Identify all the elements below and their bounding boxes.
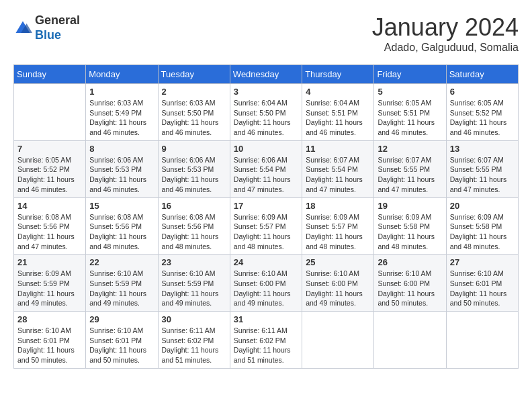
calendar-table: SundayMondayTuesdayWednesdayThursdayFrid… <box>13 64 519 369</box>
day-number: 20 <box>450 201 515 211</box>
day-info: Sunrise: 6:04 AM Sunset: 5:50 PM Dayligh… <box>234 98 298 138</box>
day-number: 28 <box>17 314 82 324</box>
calendar-cell: 26Sunrise: 6:10 AM Sunset: 6:00 PM Dayli… <box>374 255 446 312</box>
calendar-cell: 20Sunrise: 6:09 AM Sunset: 5:58 PM Dayli… <box>446 197 518 255</box>
calendar-cell: 1Sunrise: 6:03 AM Sunset: 5:49 PM Daylig… <box>86 84 158 141</box>
day-number: 30 <box>162 314 226 324</box>
day-number: 24 <box>234 257 298 267</box>
calendar-cell: 14Sunrise: 6:08 AM Sunset: 5:56 PM Dayli… <box>14 197 86 255</box>
calendar-cell: 5Sunrise: 6:05 AM Sunset: 5:51 PM Daylig… <box>374 84 446 141</box>
day-info: Sunrise: 6:10 AM Sunset: 5:59 PM Dayligh… <box>89 269 154 308</box>
calendar-cell: 4Sunrise: 6:04 AM Sunset: 5:51 PM Daylig… <box>302 84 374 141</box>
calendar-cell: 16Sunrise: 6:08 AM Sunset: 5:56 PM Dayli… <box>158 197 230 255</box>
calendar-cell: 15Sunrise: 6:08 AM Sunset: 5:56 PM Dayli… <box>86 197 158 255</box>
calendar-cell <box>302 312 374 369</box>
day-number: 4 <box>306 87 370 97</box>
day-info: Sunrise: 6:05 AM Sunset: 5:52 PM Dayligh… <box>17 155 82 195</box>
day-number: 29 <box>89 314 154 324</box>
day-info: Sunrise: 6:10 AM Sunset: 6:01 PM Dayligh… <box>17 326 82 365</box>
week-row-5: 28Sunrise: 6:10 AM Sunset: 6:01 PM Dayli… <box>14 312 519 369</box>
day-info: Sunrise: 6:10 AM Sunset: 6:01 PM Dayligh… <box>450 269 515 308</box>
day-number: 13 <box>450 144 515 154</box>
calendar-cell: 6Sunrise: 6:05 AM Sunset: 5:52 PM Daylig… <box>446 84 518 141</box>
calendar-cell: 22Sunrise: 6:10 AM Sunset: 5:59 PM Dayli… <box>86 255 158 312</box>
day-info: Sunrise: 6:10 AM Sunset: 5:59 PM Dayligh… <box>162 269 226 308</box>
week-row-1: 1Sunrise: 6:03 AM Sunset: 5:49 PM Daylig… <box>14 84 519 141</box>
day-info: Sunrise: 6:07 AM Sunset: 5:54 PM Dayligh… <box>306 155 370 195</box>
day-info: Sunrise: 6:09 AM Sunset: 5:58 PM Dayligh… <box>450 212 515 252</box>
day-number: 27 <box>450 257 515 267</box>
calendar-cell: 28Sunrise: 6:10 AM Sunset: 6:01 PM Dayli… <box>14 312 86 369</box>
day-info: Sunrise: 6:08 AM Sunset: 5:56 PM Dayligh… <box>89 212 154 252</box>
day-number: 7 <box>17 144 82 154</box>
day-info: Sunrise: 6:06 AM Sunset: 5:54 PM Dayligh… <box>234 155 298 195</box>
day-info: Sunrise: 6:09 AM Sunset: 5:59 PM Dayligh… <box>17 269 82 308</box>
day-number: 14 <box>17 201 82 211</box>
day-info: Sunrise: 6:10 AM Sunset: 6:00 PM Dayligh… <box>378 269 442 308</box>
week-row-4: 21Sunrise: 6:09 AM Sunset: 5:59 PM Dayli… <box>14 255 519 312</box>
calendar-cell: 8Sunrise: 6:06 AM Sunset: 5:53 PM Daylig… <box>86 140 158 197</box>
day-header-tuesday: Tuesday <box>158 65 230 84</box>
day-info: Sunrise: 6:05 AM Sunset: 5:52 PM Dayligh… <box>450 98 515 138</box>
month-title: January 2024 <box>372 13 519 42</box>
title-block: January 2024 Adado, Galguduud, Somalia <box>372 13 519 54</box>
day-number: 16 <box>162 201 226 211</box>
logo: General Blue <box>13 13 80 42</box>
day-info: Sunrise: 6:10 AM Sunset: 6:01 PM Dayligh… <box>89 326 154 365</box>
week-row-2: 7Sunrise: 6:05 AM Sunset: 5:52 PM Daylig… <box>14 140 519 197</box>
calendar-cell: 29Sunrise: 6:10 AM Sunset: 6:01 PM Dayli… <box>86 312 158 369</box>
day-header-saturday: Saturday <box>446 65 518 84</box>
calendar-cell: 23Sunrise: 6:10 AM Sunset: 5:59 PM Dayli… <box>158 255 230 312</box>
day-header-wednesday: Wednesday <box>230 65 302 84</box>
location-subtitle: Adado, Galguduud, Somalia <box>372 42 519 54</box>
day-number: 18 <box>306 201 370 211</box>
day-info: Sunrise: 6:08 AM Sunset: 5:56 PM Dayligh… <box>17 212 82 252</box>
calendar-cell: 18Sunrise: 6:09 AM Sunset: 5:57 PM Dayli… <box>302 197 374 255</box>
calendar-cell: 2Sunrise: 6:03 AM Sunset: 5:50 PM Daylig… <box>158 84 230 141</box>
calendar-cell: 7Sunrise: 6:05 AM Sunset: 5:52 PM Daylig… <box>14 140 86 197</box>
calendar-cell: 19Sunrise: 6:09 AM Sunset: 5:58 PM Dayli… <box>374 197 446 255</box>
day-number: 31 <box>234 314 298 324</box>
day-number: 11 <box>306 144 370 154</box>
day-info: Sunrise: 6:11 AM Sunset: 6:02 PM Dayligh… <box>234 326 298 365</box>
day-info: Sunrise: 6:09 AM Sunset: 5:57 PM Dayligh… <box>234 212 298 252</box>
calendar-cell: 21Sunrise: 6:09 AM Sunset: 5:59 PM Dayli… <box>14 255 86 312</box>
header: General Blue January 2024 Adado, Galgudu… <box>13 13 519 54</box>
day-number: 9 <box>162 144 226 154</box>
day-number: 8 <box>89 144 154 154</box>
day-header-sunday: Sunday <box>14 65 86 84</box>
calendar-cell: 11Sunrise: 6:07 AM Sunset: 5:54 PM Dayli… <box>302 140 374 197</box>
day-number: 6 <box>450 87 515 97</box>
calendar-cell: 30Sunrise: 6:11 AM Sunset: 6:02 PM Dayli… <box>158 312 230 369</box>
day-info: Sunrise: 6:08 AM Sunset: 5:56 PM Dayligh… <box>162 212 226 252</box>
day-number: 1 <box>89 87 154 97</box>
day-info: Sunrise: 6:09 AM Sunset: 5:57 PM Dayligh… <box>306 212 370 252</box>
day-info: Sunrise: 6:10 AM Sunset: 6:00 PM Dayligh… <box>234 269 298 308</box>
calendar-cell: 9Sunrise: 6:06 AM Sunset: 5:53 PM Daylig… <box>158 140 230 197</box>
day-info: Sunrise: 6:06 AM Sunset: 5:53 PM Dayligh… <box>89 155 154 195</box>
day-info: Sunrise: 6:05 AM Sunset: 5:51 PM Dayligh… <box>378 98 442 138</box>
calendar-cell <box>374 312 446 369</box>
day-number: 3 <box>234 87 298 97</box>
day-number: 21 <box>17 257 82 267</box>
calendar-cell: 3Sunrise: 6:04 AM Sunset: 5:50 PM Daylig… <box>230 84 302 141</box>
header-row: SundayMondayTuesdayWednesdayThursdayFrid… <box>14 65 519 84</box>
day-header-friday: Friday <box>374 65 446 84</box>
day-number: 15 <box>89 201 154 211</box>
calendar-cell <box>14 84 86 141</box>
day-info: Sunrise: 6:07 AM Sunset: 5:55 PM Dayligh… <box>378 155 442 195</box>
day-number: 23 <box>162 257 226 267</box>
day-info: Sunrise: 6:07 AM Sunset: 5:55 PM Dayligh… <box>450 155 515 195</box>
day-info: Sunrise: 6:06 AM Sunset: 5:53 PM Dayligh… <box>162 155 226 195</box>
day-info: Sunrise: 6:04 AM Sunset: 5:51 PM Dayligh… <box>306 98 370 138</box>
calendar-cell: 25Sunrise: 6:10 AM Sunset: 6:00 PM Dayli… <box>302 255 374 312</box>
calendar-cell: 12Sunrise: 6:07 AM Sunset: 5:55 PM Dayli… <box>374 140 446 197</box>
calendar-cell <box>446 312 518 369</box>
day-info: Sunrise: 6:03 AM Sunset: 5:50 PM Dayligh… <box>162 98 226 138</box>
day-number: 2 <box>162 87 226 97</box>
calendar-cell: 10Sunrise: 6:06 AM Sunset: 5:54 PM Dayli… <box>230 140 302 197</box>
day-number: 26 <box>378 257 442 267</box>
day-info: Sunrise: 6:09 AM Sunset: 5:58 PM Dayligh… <box>378 212 442 252</box>
day-header-monday: Monday <box>86 65 158 84</box>
logo-text: General Blue <box>35 13 80 42</box>
